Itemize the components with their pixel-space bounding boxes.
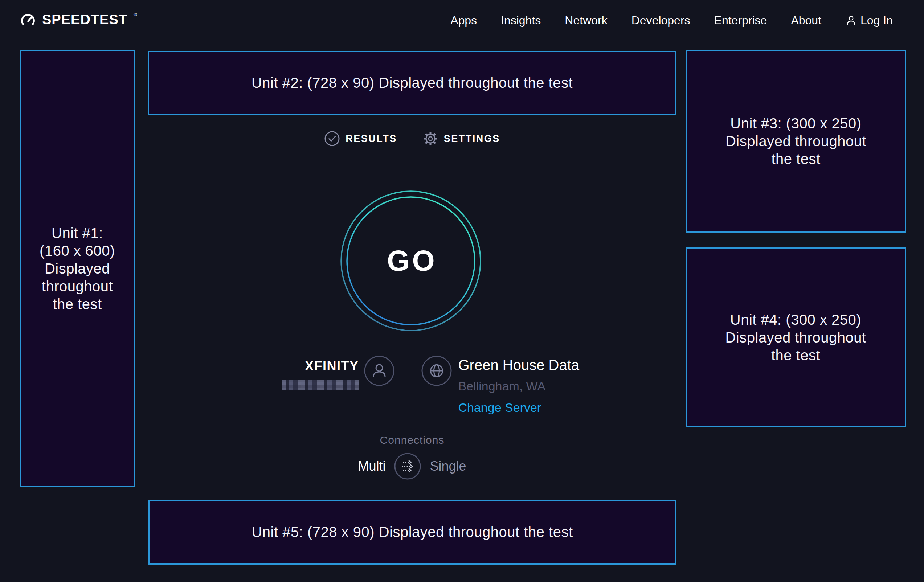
nav-item-enterprise[interactable]: Enterprise — [714, 14, 767, 27]
connections-single-option[interactable]: Single — [430, 458, 466, 474]
tab-results[interactable]: RESULTS — [324, 130, 397, 147]
connections-row: Multi Single — [358, 453, 466, 480]
tabs-bar: RESULTS SETTINGS — [148, 130, 676, 147]
server-block: Green House Data Bellingham, WA Change S… — [459, 357, 586, 415]
logo-wordmark: SPEEDTEST — [42, 12, 127, 28]
go-button[interactable]: GO — [340, 190, 482, 331]
user-icon — [845, 15, 857, 26]
ad-unit-3-text: Unit #3: (300 x 250) Displayed throughou… — [726, 115, 866, 168]
ad-unit-5-leaderboard[interactable]: Unit #5: (728 x 90) Displayed throughout… — [148, 500, 676, 565]
login-label: Log In — [860, 14, 893, 27]
connections-label: Connections — [380, 434, 445, 446]
ad-unit-2-text: Unit #2: (728 x 90) Displayed throughout… — [251, 74, 573, 92]
nav-item-insights[interactable]: Insights — [501, 14, 541, 27]
ad-unit-1-skyscraper[interactable]: Unit #1: (160 x 600) Displayed throughou… — [20, 50, 135, 487]
main-nav: Apps Insights Network Developers Enterpr… — [450, 14, 893, 27]
connections-toggle-icon[interactable] — [394, 453, 421, 480]
server-name: Green House Data — [459, 357, 579, 373]
tab-results-label: RESULTS — [345, 133, 397, 144]
nav-item-network[interactable]: Network — [565, 14, 607, 27]
check-circle-icon — [324, 130, 340, 147]
provider-row: XFINITY Green House Data Bellingham, WA … — [148, 356, 676, 415]
trademark-symbol: ® — [134, 12, 137, 17]
ad-unit-4-rectangle[interactable]: Unit #4: (300 x 250) Displayed throughou… — [686, 247, 906, 427]
ad-unit-5-text: Unit #5: (728 x 90) Displayed throughout… — [251, 523, 573, 541]
isp-person-icon — [364, 356, 394, 386]
speedtest-logo[interactable]: SPEEDTEST ® — [20, 12, 137, 29]
header: SPEEDTEST ® Apps Insights Network Develo… — [0, 0, 924, 41]
isp-block: XFINITY — [239, 358, 359, 391]
server-location: Bellingham, WA — [459, 379, 546, 393]
tab-settings[interactable]: SETTINGS — [422, 130, 500, 147]
redacted-ip-address — [282, 379, 359, 391]
connections-multi-option[interactable]: Multi — [358, 458, 385, 474]
nav-item-developers[interactable]: Developers — [632, 14, 690, 27]
gear-icon — [422, 130, 439, 147]
tab-settings-label: SETTINGS — [444, 133, 500, 144]
gauge-icon — [20, 12, 36, 29]
nav-item-apps[interactable]: Apps — [450, 14, 477, 27]
ad-unit-1-text: Unit #1: (160 x 600) Displayed throughou… — [40, 224, 115, 313]
change-server-link[interactable]: Change Server — [459, 401, 541, 415]
nav-item-about[interactable]: About — [791, 14, 821, 27]
login-button[interactable]: Log In — [845, 14, 893, 27]
server-globe-icon — [421, 356, 452, 386]
isp-name: XFINITY — [305, 358, 359, 374]
ad-unit-3-rectangle[interactable]: Unit #3: (300 x 250) Displayed throughou… — [686, 50, 906, 232]
ad-unit-2-leaderboard[interactable]: Unit #2: (728 x 90) Displayed throughout… — [148, 51, 676, 115]
connections-section: Connections Multi Single — [148, 434, 676, 480]
go-button-label: GO — [340, 190, 482, 331]
ad-unit-4-text: Unit #4: (300 x 250) Displayed throughou… — [725, 311, 866, 364]
